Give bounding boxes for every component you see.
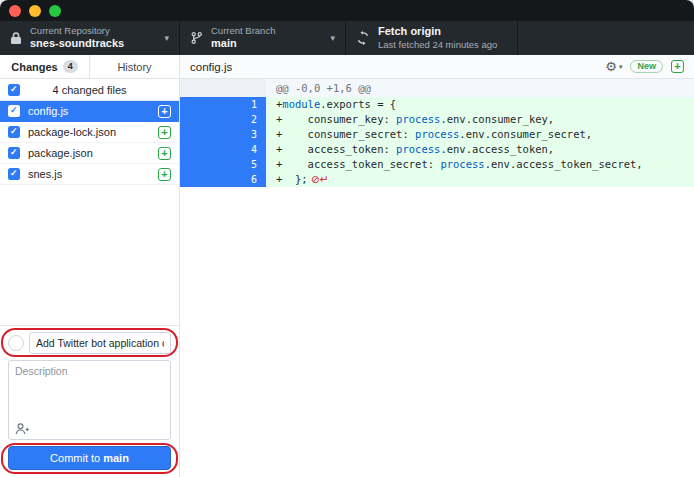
line-number[interactable]: 1	[180, 97, 266, 112]
code-line: + }; ⊘↵	[266, 172, 694, 187]
file-row[interactable]: config.js	[0, 101, 179, 122]
diff-file-title: config.js	[190, 61, 232, 73]
code-segment: .exports = {	[320, 98, 396, 110]
code-segment: process	[396, 113, 440, 125]
added-status-icon	[158, 147, 171, 160]
line-number[interactable]: 4	[180, 142, 266, 157]
added-status-icon	[158, 168, 171, 181]
diff-header: config.js ⚙▾ New	[180, 55, 694, 79]
commit-description-input[interactable]	[9, 361, 170, 417]
file-list: config.jspackage-lock.jsonpackage.jsonsn…	[0, 101, 179, 185]
github-desktop-window: Current Repository snes-soundtracks ▾ Cu…	[0, 0, 694, 477]
current-repository-label: Current Repository	[30, 25, 124, 37]
fetch-origin-button[interactable]: Fetch origin Last fetched 24 minutes ago	[346, 21, 518, 55]
sync-icon	[356, 31, 370, 45]
toolbar-filler	[518, 21, 694, 55]
diff-line: 3+ consumer_secret: process.env.consumer…	[180, 127, 694, 142]
code-line: + consumer_secret: process.env.consumer_…	[266, 127, 694, 142]
gear-icon[interactable]: ⚙▾	[605, 60, 622, 73]
current-branch-label: Current Branch	[211, 25, 275, 37]
code-segment: .env.consumer_secret,	[459, 128, 592, 140]
add-coauthor-icon[interactable]	[15, 423, 30, 435]
code-line: +module.exports = {	[266, 97, 694, 112]
toolbar: Current Repository snes-soundtracks ▾ Cu…	[0, 21, 694, 55]
commit-button-branch: main	[103, 452, 129, 464]
code-segment: process	[440, 158, 484, 170]
commit-form: Commit to main	[0, 325, 179, 477]
line-number[interactable]: 5	[180, 157, 266, 172]
diff-line: 2+ consumer_key: process.env.consumer_ke…	[180, 112, 694, 127]
hunk-header: @@ -0,0 +1,6 @@	[180, 79, 694, 97]
code-segment: module	[282, 98, 320, 110]
file-row[interactable]: package-lock.json	[0, 122, 179, 143]
current-repository-dropdown[interactable]: Current Repository snes-soundtracks ▾	[0, 21, 180, 55]
diff-line: 5+ access_token_secret: process.env.acce…	[180, 157, 694, 172]
expand-plus-icon[interactable]	[671, 60, 684, 73]
commit-summary-input[interactable]	[29, 332, 171, 354]
commit-summary-row	[8, 331, 171, 355]
avatar	[8, 335, 24, 351]
code-segment: + access_token_secret:	[276, 158, 440, 170]
hunk-gutter	[180, 79, 266, 97]
code-line: + consumer_key: process.env.consumer_key…	[266, 112, 694, 127]
diff-line: 1+module.exports = {	[180, 97, 694, 112]
code-segment: .env.consumer_key,	[440, 113, 554, 125]
file-name: snes.js	[28, 168, 62, 180]
code-segment: process	[396, 143, 440, 155]
no-newline-icon: ⊘↵	[308, 173, 329, 185]
line-number[interactable]: 3	[180, 127, 266, 142]
tab-history-label: History	[117, 61, 151, 73]
tab-changes-label: Changes	[11, 61, 57, 73]
added-status-icon	[158, 126, 171, 139]
changes-count-badge: 4	[63, 60, 78, 73]
chevron-down-icon: ▾	[324, 33, 335, 43]
fetch-origin-sublabel: Last fetched 24 minutes ago	[378, 39, 497, 51]
sidebar-tabs: Changes 4 History	[0, 55, 179, 79]
hunk-header-text: @@ -0,0 +1,6 @@	[266, 79, 694, 97]
file-checkbox[interactable]	[8, 126, 20, 138]
code-segment: + consumer_secret:	[276, 128, 415, 140]
new-file-badge: New	[630, 60, 663, 74]
file-row[interactable]: snes.js	[0, 164, 179, 185]
titlebar	[0, 0, 694, 21]
diff-lines: 1+module.exports = {2+ consumer_key: pro…	[180, 97, 694, 187]
commit-description-box	[8, 360, 171, 440]
file-row[interactable]: package.json	[0, 143, 179, 164]
current-branch-value: main	[211, 37, 275, 51]
chevron-down-icon: ▾	[158, 33, 169, 43]
code-segment: + access_token:	[276, 143, 396, 155]
sidebar-spacer	[0, 185, 179, 325]
current-branch-dropdown[interactable]: Current Branch main ▾	[180, 21, 346, 55]
diff-panel: config.js ⚙▾ New @@ -0,0 +1,6 @@ 1+modul…	[180, 55, 694, 477]
zoom-button[interactable]	[49, 5, 61, 17]
files-header: 4 changed files	[0, 79, 179, 101]
code-line: + access_token_secret: process.env.acces…	[266, 157, 694, 172]
commit-button-label: Commit to	[50, 452, 100, 464]
git-branch-icon	[190, 31, 203, 45]
content: Changes 4 History 4 changed files config…	[0, 55, 694, 477]
tab-changes[interactable]: Changes 4	[0, 55, 89, 78]
code-segment: .env.access_token_secret,	[485, 158, 643, 170]
line-number[interactable]: 6	[180, 172, 266, 187]
close-button[interactable]	[9, 5, 21, 17]
sidebar: Changes 4 History 4 changed files config…	[0, 55, 180, 477]
diff-header-actions: ⚙▾ New	[605, 60, 684, 74]
file-checkbox[interactable]	[8, 105, 20, 117]
file-checkbox[interactable]	[8, 147, 20, 159]
minimize-button[interactable]	[29, 5, 41, 17]
fetch-origin-label: Fetch origin	[378, 25, 497, 39]
file-name: package-lock.json	[28, 126, 116, 138]
diff-line: 4+ access_token: process.env.access_toke…	[180, 142, 694, 157]
code-segment: + consumer_key:	[276, 113, 396, 125]
chevron-down-icon: ▾	[619, 63, 623, 70]
commit-button[interactable]: Commit to main	[8, 446, 171, 470]
diff-view: @@ -0,0 +1,6 @@ 1+module.exports = {2+ c…	[180, 79, 694, 187]
file-checkbox[interactable]	[8, 168, 20, 180]
code-segment: .env.access_token,	[440, 143, 554, 155]
added-status-icon	[158, 105, 171, 118]
current-repository-value: snes-soundtracks	[30, 37, 124, 51]
tab-history[interactable]: History	[89, 55, 179, 78]
file-name: config.js	[28, 105, 68, 117]
line-number[interactable]: 2	[180, 112, 266, 127]
select-all-checkbox[interactable]	[8, 84, 20, 96]
